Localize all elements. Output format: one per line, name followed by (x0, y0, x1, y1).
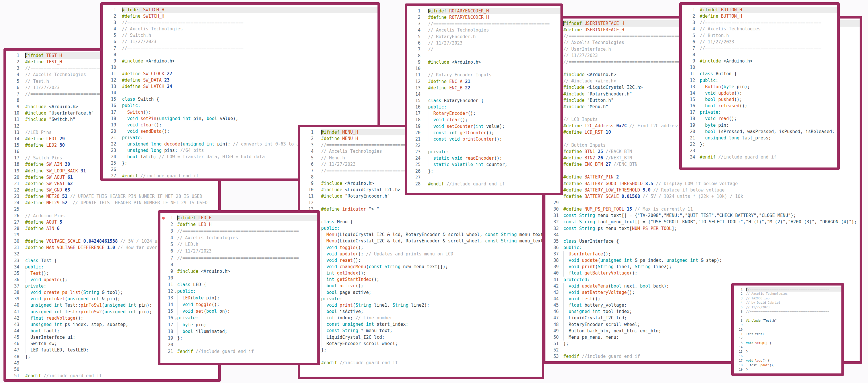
code-text (122, 52, 377, 58)
line-number: 7 (682, 45, 700, 52)
line-number: 18 (160, 328, 177, 335)
code-text: // LED.h (177, 241, 317, 248)
line-number: 10 (160, 275, 177, 282)
line-number: 8 (6, 97, 25, 104)
line-number: 2 (734, 292, 746, 296)
line-number: 4 (407, 27, 428, 33)
code-text: void update(unsigned int & ps_index, uns… (563, 257, 860, 264)
code-line: 1#ifndef SWITCH_H (103, 7, 377, 13)
line-number: 15 (734, 349, 746, 354)
code-line: 7//=====================================… (407, 46, 560, 53)
code-line: 25 static volatile int counter; (407, 161, 560, 168)
canvas: 1#ifndef TEST_H2#define TEST_H3//=======… (0, 0, 868, 383)
line-number: 13 (407, 85, 428, 91)
code-text (177, 342, 317, 348)
code-text: test.update(); (746, 363, 841, 367)
line-number: 51 (6, 373, 25, 379)
code-line: 13#define SW_LATCH 24 (103, 83, 377, 90)
code-text: const String tool_menu_text[] = {"USE SC… (563, 219, 860, 225)
code-text: #include <Arduino.h> (428, 59, 560, 65)
line-number: 33 (6, 258, 25, 264)
code-line: 9#include <Arduino.h> (103, 58, 377, 64)
code-line: 38 void update(unsigned int & ps_index, … (546, 257, 860, 264)
code-text: const unsigned int start_index; (321, 321, 542, 327)
line-number: 8 (160, 262, 177, 268)
code-text: bool released(); (700, 103, 837, 109)
code-line: 5// Switch.h (103, 32, 377, 38)
code-text: // RotaryEncoder.h (428, 34, 560, 40)
code-text: #endif //include guard end if (321, 360, 542, 366)
code-text: // 11/27/2023 (700, 39, 837, 45)
line-number: 9 (6, 104, 25, 110)
code-line: 13#define ENC_B 22 (407, 85, 560, 91)
line-number: 18 (734, 363, 746, 367)
code-line: #define BATTERY_PIN 2 (546, 174, 860, 180)
line-number: 4 (734, 300, 746, 305)
line-number: 5 (407, 34, 428, 40)
code-line: 7//=====================================… (103, 45, 377, 52)
code-line: 14 (407, 91, 560, 97)
line-number: 45 (6, 334, 25, 341)
line-number: 26 (407, 168, 428, 174)
code-line: 1#ifndef ROTARYENCODER_H (407, 8, 560, 14)
code-text: #define SW_CLOCK 22 (122, 70, 377, 77)
code-text: #define NET28 51 // UPDATE THIS HEADER P… (25, 193, 218, 200)
code-text: class LED { (177, 282, 317, 288)
line-number: 8 (300, 174, 321, 180)
code-line: public: (300, 225, 542, 231)
code-area: 1//=====================================… (734, 286, 841, 372)
code-line: 21#define SW_VBAT 62 (6, 180, 218, 187)
code-line: 10 (734, 327, 841, 332)
code-text: void print(String line1, String line2); (563, 264, 860, 270)
code-text: }; (428, 168, 560, 174)
line-number: 15 (682, 96, 700, 103)
code-line: 2#define SWITCH_H (103, 13, 377, 19)
line-number: 11 (6, 116, 25, 123)
code-line: #define BATTERY_SCALE 0.01568 // 5V / 10… (546, 193, 860, 200)
line-number: 52 (546, 347, 563, 353)
line-number: 31 (6, 244, 25, 251)
line-number: 19 (682, 122, 700, 128)
line-number: 24 (6, 200, 25, 206)
line-number: 46 (546, 308, 563, 315)
code-text (746, 327, 841, 332)
line-number: 14 (160, 301, 177, 308)
line-number: 30 (6, 238, 25, 244)
code-line: 10 (103, 64, 377, 70)
line-number: 41 (546, 276, 563, 283)
line-number: 11 (734, 332, 746, 336)
line-number: 8 (682, 52, 700, 58)
line-number: 7 (300, 168, 321, 174)
code-line: bool isActive; (300, 308, 542, 315)
line-number: 3 (734, 296, 746, 300)
code-text: const void printCounter(); (428, 136, 560, 142)
code-line: 32const String tool_menu_text[] = {"USE … (546, 219, 860, 225)
code-text: // 11/27/2023 (122, 38, 377, 45)
line-number: 10 (103, 64, 122, 70)
line-number: 33 (546, 225, 563, 232)
line-number: 51 (546, 341, 563, 347)
code-line: 13 Button(byte pin); (682, 84, 837, 90)
code-text: // 11/27/2023 (177, 248, 317, 255)
code-text: private: (177, 315, 317, 321)
line-number: 6 (160, 248, 177, 255)
code-text: public: (177, 288, 317, 295)
line-number: 3 (682, 19, 700, 26)
code-text: public: (321, 225, 542, 231)
code-line: 12#define SW_DATA 23 (103, 77, 377, 83)
line-number: 30 (546, 206, 563, 212)
code-line: 9#include <Arduino.h> (682, 58, 837, 64)
code-text: RotaryEncoder(); (428, 110, 560, 117)
code-line: 30#define NUM_PS_PER_TOOL 15 // Max is c… (546, 206, 860, 212)
line-number: 32 (6, 251, 25, 257)
line-number: 10 (734, 327, 746, 332)
line-number: 1 (300, 129, 321, 136)
line-number: 2 (407, 14, 428, 21)
code-line: Menu(LiquidCrystal_I2C & lcd, RotaryEnco… (300, 231, 542, 238)
code-line: void print(String line1, String line2); (300, 302, 542, 308)
code-text: #define NET29 52 // UPDATE THIS HEADER P… (25, 200, 218, 206)
code-line: 6//=====================================… (734, 310, 841, 314)
code-line: 5// LED.h (160, 241, 317, 248)
code-line: 1#ifndef LED_H (160, 215, 317, 221)
line-number: 12 (734, 336, 746, 341)
